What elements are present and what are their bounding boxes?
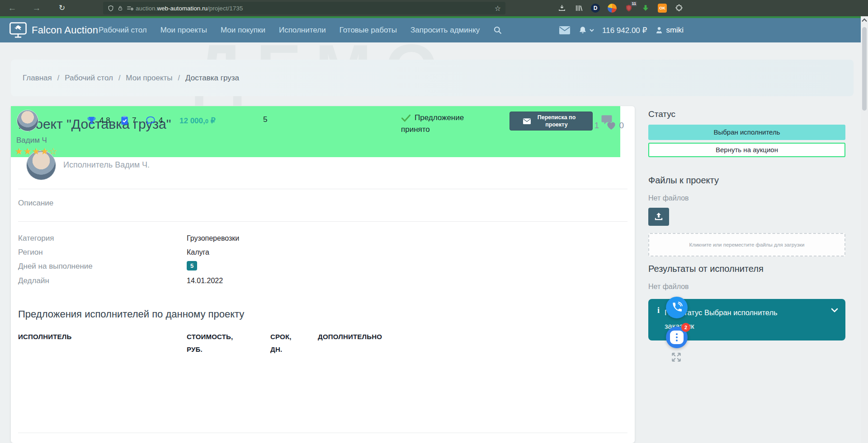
ok-extension-icon[interactable]: OK — [657, 3, 667, 13]
ok-label: OK — [658, 4, 667, 13]
expand-widget-icon[interactable] — [670, 351, 682, 365]
completed-jobs-icon — [120, 116, 129, 127]
breadcrumb-home[interactable]: Главная — [23, 74, 52, 83]
search-icon[interactable] — [493, 26, 502, 35]
bookmark-star-icon[interactable]: ☆ — [495, 4, 501, 13]
chat-dots-icon — [670, 331, 684, 344]
completed-jobs-count: 7 — [132, 116, 136, 125]
performer-name-line: Исполнитель Вадим Ч. — [63, 160, 150, 170]
proposals-heading: Предложения исполнителей по данному прое… — [18, 308, 244, 320]
breadcrumb-separator: / — [178, 74, 180, 82]
stars-filled: ★★★★ — [15, 146, 49, 156]
browser-extension-icons: D 11 OK — [557, 0, 701, 16]
user-icon — [655, 26, 663, 34]
account-avatar-icon[interactable] — [607, 3, 617, 13]
proposal-term: 5 — [263, 115, 267, 124]
field-value-category: Грузоперевозки — [187, 234, 239, 242]
upload-icon — [654, 212, 664, 221]
check-icon — [401, 114, 411, 122]
field-value-region: Калуга — [187, 248, 209, 256]
col-header-extra: ДОПОЛНИТЕЛЬНО — [318, 333, 382, 340]
return-to-auction-button[interactable]: Вернуть на аукцион — [648, 143, 845, 157]
url-domain: web-automation.ru — [157, 5, 208, 12]
description-label: Описание — [18, 199, 53, 208]
breadcrumb: Главная / Рабочий стол / Мои проекты / Д… — [11, 60, 854, 96]
col-header-cost-unit: РУБ. — [187, 345, 203, 353]
scrollbar-up-arrow[interactable] — [862, 18, 867, 22]
notifications-bell[interactable] — [578, 26, 594, 35]
dropzone-hint: Кликните или переместите файлы для загру… — [689, 242, 805, 247]
trophy-icon — [87, 116, 96, 127]
proposal-performer-name[interactable]: Вадим Ч — [16, 136, 47, 145]
messages-envelope-icon[interactable] — [559, 26, 570, 34]
phone-icon — [671, 302, 683, 313]
comment-bubble-icon[interactable] — [601, 114, 613, 127]
callback-phone-widget[interactable] — [666, 297, 688, 318]
views-count: 1 — [594, 121, 599, 131]
browser-forward-button[interactable]: → — [30, 0, 43, 16]
divider — [18, 189, 627, 189]
nav-item-finished-works[interactable]: Готовые работы — [340, 26, 397, 35]
project-chat-button[interactable]: Переписка по проекту — [509, 112, 593, 131]
nav-item-desktop[interactable]: Рабочий стол — [99, 26, 147, 35]
price-int: 12 000, — [179, 117, 205, 125]
navbar-right: 116 942.00 ₽ smiki — [559, 18, 684, 42]
accordion-chevron-down-icon — [831, 308, 838, 313]
breadcrumb-desktop[interactable]: Рабочий стол — [65, 74, 113, 83]
profile-letter: D — [591, 4, 600, 13]
browser-reload-button[interactable]: ↻ — [55, 0, 69, 16]
url-bar[interactable]: auction.web-automation.ru/project/1735 ☆ — [103, 2, 505, 14]
avatar-pie — [608, 4, 617, 13]
container-accent-line — [0, 16, 861, 18]
days-badge: 5 — [187, 261, 197, 270]
downloader-extension-icon[interactable] — [641, 3, 651, 13]
col-header-term: СРОК, — [270, 333, 292, 340]
rating-stars: ★★★★☆ — [15, 146, 58, 157]
url-path: /project/1735 — [208, 5, 243, 12]
performer-results-empty: Нет файлов — [648, 283, 689, 291]
library-icon[interactable] — [574, 3, 584, 13]
profile-extension-icon[interactable]: D — [590, 3, 600, 13]
status-label: Статус — [648, 109, 675, 119]
extensions-puzzle-icon[interactable] — [674, 3, 684, 13]
adblock-badge: 11 — [631, 1, 637, 6]
project-files-empty: Нет файлов — [648, 194, 689, 202]
divider — [18, 221, 627, 222]
brand-logo[interactable]: Falcon Auction — [9, 21, 98, 39]
col-header-performer: ИСПОЛНИТЕЛЬ — [18, 333, 72, 340]
field-label-days: Дней на выполнение — [18, 262, 93, 271]
info-icon: i — [657, 306, 660, 315]
project-card: Проект "Доставка груза" 1 0 Исполнитель … — [11, 106, 635, 443]
browser-back-button[interactable]: ← — [5, 0, 19, 16]
user-menu[interactable]: smiki — [655, 26, 684, 35]
url-subdomain: auction. — [136, 5, 157, 12]
browser-toolbar: ← → ↻ auction.web-automation.ru/project/… — [0, 0, 868, 16]
nav-item-my-purchases[interactable]: Мои покупки — [221, 26, 265, 35]
proposal-performer-avatar[interactable] — [17, 110, 38, 131]
upload-button[interactable] — [648, 208, 669, 226]
project-chat-button-label: Переписка по проекту — [534, 114, 579, 129]
breadcrumb-my-projects[interactable]: Мои проекты — [126, 74, 172, 83]
field-value-deadline: 14.01.2022 — [187, 277, 223, 285]
nav-links: Рабочий стол Мои проекты Мои покупки Исп… — [99, 18, 502, 42]
breadcrumb-separator: / — [118, 74, 120, 82]
page: ← → ↻ auction.web-automation.ru/project/… — [0, 0, 868, 443]
col-header-term-unit: ДН. — [270, 345, 282, 353]
field-label-region: Регион — [18, 248, 43, 257]
file-dropzone[interactable]: Кликните или переместите файлы для загру… — [648, 233, 845, 256]
downloads-icon[interactable] — [557, 3, 567, 13]
nav-item-request-admin[interactable]: Запросить админку — [410, 26, 480, 35]
nav-item-performers[interactable]: Исполнители — [279, 26, 326, 35]
scrollbar-thumb[interactable] — [862, 27, 867, 111]
menu-hamburger-icon[interactable] — [691, 3, 701, 13]
adblock-shield-icon[interactable]: 11 — [624, 3, 634, 13]
balance-amount[interactable]: 116 942.00 ₽ — [602, 26, 647, 35]
permissions-icon[interactable] — [127, 5, 134, 11]
tracking-shield-icon — [108, 5, 114, 12]
chevron-down-icon — [590, 29, 594, 32]
site-navbar: Falcon Auction Рабочий стол Мои проекты … — [0, 18, 861, 42]
performer-results-heading: Результаты от исполнителя — [648, 264, 764, 274]
lock-icon[interactable] — [118, 5, 123, 12]
bell-icon — [578, 26, 587, 35]
nav-item-my-projects[interactable]: Мои проекты — [160, 26, 207, 35]
